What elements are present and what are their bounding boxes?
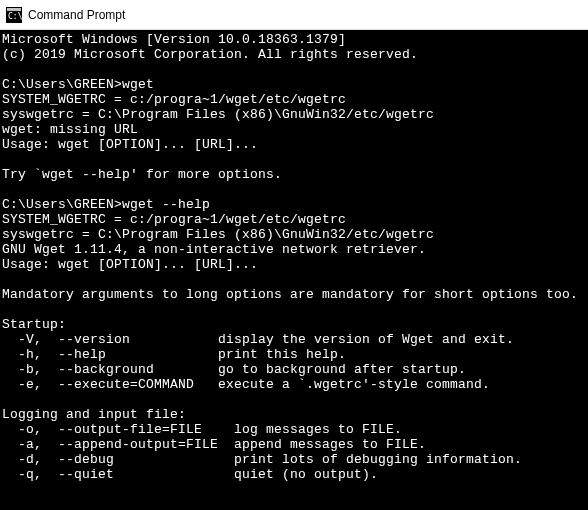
terminal-line: -d, --debug print lots of debugging info… [2,452,586,467]
terminal-line: C:\Users\GREEN>wget [2,77,586,92]
terminal-line: -q, --quiet quiet (no output). [2,467,586,482]
terminal-line [2,62,586,77]
terminal-line [2,152,586,167]
terminal-line: -o, --output-file=FILE log messages to F… [2,422,586,437]
terminal-line: syswgetrc = C:\Program Files (x86)\GnuWi… [2,107,586,122]
terminal-line: Startup: [2,317,586,332]
svg-text:C:\: C:\ [8,12,22,21]
terminal-line: -h, --help print this help. [2,347,586,362]
terminal-line: SYSTEM_WGETRC = c:/progra~1/wget/etc/wge… [2,92,586,107]
terminal-line [2,272,586,287]
window-titlebar[interactable]: C:\ Command Prompt [0,0,588,30]
terminal-line [2,392,586,407]
terminal-line: Usage: wget [OPTION]... [URL]... [2,137,586,152]
terminal-line: -e, --execute=COMMAND execute a `.wgetrc… [2,377,586,392]
terminal-line: -b, --background go to background after … [2,362,586,377]
terminal-line: Logging and input file: [2,407,586,422]
terminal-line [2,182,586,197]
window-title: Command Prompt [28,8,125,22]
terminal-line: syswgetrc = C:\Program Files (x86)\GnuWi… [2,227,586,242]
terminal-line: Mandatory arguments to long options are … [2,287,586,302]
terminal-line: -V, --version display the version of Wge… [2,332,586,347]
terminal-output[interactable]: Microsoft Windows [Version 10.0.18363.13… [0,30,588,510]
terminal-line [2,302,586,317]
svg-rect-1 [7,8,21,11]
terminal-line: C:\Users\GREEN>wget --help [2,197,586,212]
terminal-line: (c) 2019 Microsoft Corporation. All righ… [2,47,586,62]
terminal-line: Try `wget --help' for more options. [2,167,586,182]
terminal-line: wget: missing URL [2,122,586,137]
terminal-line: GNU Wget 1.11.4, a non-interactive netwo… [2,242,586,257]
terminal-line: Usage: wget [OPTION]... [URL]... [2,257,586,272]
terminal-line: Microsoft Windows [Version 10.0.18363.13… [2,32,586,47]
cmd-icon: C:\ [6,7,22,23]
terminal-line: SYSTEM_WGETRC = c:/progra~1/wget/etc/wge… [2,212,586,227]
terminal-line: -a, --append-output=FILE append messages… [2,437,586,452]
